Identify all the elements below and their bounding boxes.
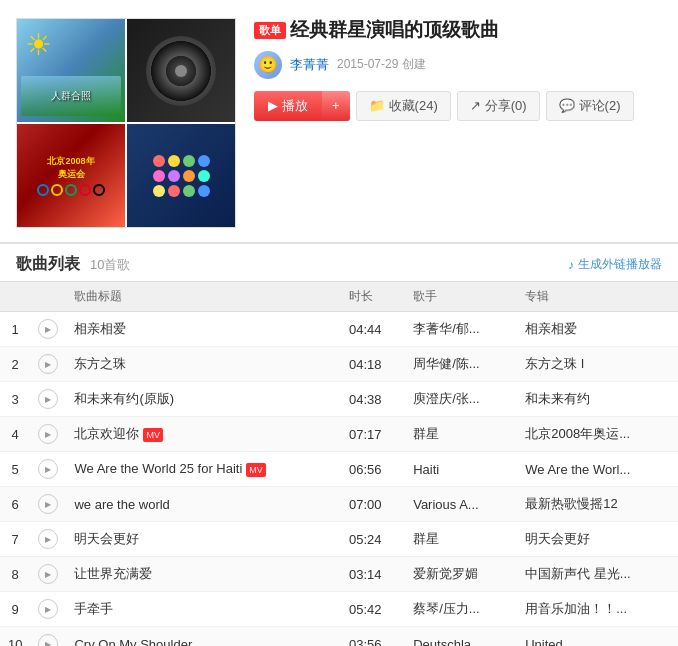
song-num: 2 bbox=[0, 347, 30, 382]
play-circle-button[interactable]: ▶ bbox=[38, 389, 58, 409]
songlist-header: 歌曲列表 10首歌 ♪ 生成外链播放器 bbox=[0, 242, 678, 281]
comment-icon: 💬 bbox=[559, 98, 575, 113]
circle-11 bbox=[183, 185, 195, 197]
play-circle-button[interactable]: ▶ bbox=[38, 354, 58, 374]
mv-badge: MV bbox=[246, 463, 266, 477]
table-row[interactable]: 1 ▶ 相亲相爱 04:44 李蓍华/郁... 相亲相爱 bbox=[0, 312, 678, 347]
collect-button[interactable]: 📁 收藏(24) bbox=[356, 91, 451, 121]
play-circle-button[interactable]: ▶ bbox=[38, 459, 58, 479]
song-title: 和未来有约(原版) bbox=[66, 382, 340, 417]
table-row[interactable]: 8 ▶ 让世界充满爱 03:14 爱新觉罗媚 中国新声代 星光... bbox=[0, 557, 678, 592]
song-artist[interactable]: Various A... bbox=[405, 487, 517, 522]
ring-1 bbox=[37, 184, 49, 196]
play-circle-button[interactable]: ▶ bbox=[38, 424, 58, 444]
table-row[interactable]: 5 ▶ We Are the World 25 for HaitiMV 06:5… bbox=[0, 452, 678, 487]
music-icon: ♪ bbox=[568, 258, 574, 272]
song-play-cell[interactable]: ▶ bbox=[30, 312, 66, 347]
song-play-cell[interactable]: ▶ bbox=[30, 487, 66, 522]
play-circle-button[interactable]: ▶ bbox=[38, 564, 58, 584]
song-num: 7 bbox=[0, 522, 30, 557]
play-circle-button[interactable]: ▶ bbox=[38, 599, 58, 619]
table-row[interactable]: 3 ▶ 和未来有约(原版) 04:38 庾澄庆/张... 和未来有约 bbox=[0, 382, 678, 417]
add-to-play-button[interactable]: + bbox=[322, 91, 350, 121]
songlist-title-row: 歌曲列表 10首歌 bbox=[16, 254, 130, 275]
song-artist[interactable]: 周华健/陈... bbox=[405, 347, 517, 382]
play-circle-button[interactable]: ▶ bbox=[38, 319, 58, 339]
song-title: 明天会更好 bbox=[66, 522, 340, 557]
song-artist[interactable]: 李蓍华/郁... bbox=[405, 312, 517, 347]
song-table-header: 歌曲标题 时长 歌手 专辑 bbox=[0, 282, 678, 312]
external-link[interactable]: ♪ 生成外链播放器 bbox=[568, 256, 662, 273]
col-header-artist: 歌手 bbox=[405, 282, 517, 312]
circle-4 bbox=[198, 155, 210, 167]
song-num: 10 bbox=[0, 627, 30, 647]
table-row[interactable]: 2 ▶ 东方之珠 04:18 周华健/陈... 东方之珠 I bbox=[0, 347, 678, 382]
song-artist[interactable]: Haiti bbox=[405, 452, 517, 487]
song-play-cell[interactable]: ▶ bbox=[30, 557, 66, 592]
song-artist[interactable]: 蔡琴/压力... bbox=[405, 592, 517, 627]
song-play-cell[interactable]: ▶ bbox=[30, 452, 66, 487]
song-album[interactable]: United bbox=[517, 627, 678, 647]
song-album[interactable]: 北京2008年奥运... bbox=[517, 417, 678, 452]
table-row[interactable]: 4 ▶ 北京欢迎你MV 07:17 群星 北京2008年奥运... bbox=[0, 417, 678, 452]
badge-tag: 歌单 bbox=[254, 22, 286, 39]
song-duration: 03:56 bbox=[341, 627, 405, 647]
col-header-album: 专辑 bbox=[517, 282, 678, 312]
song-album[interactable]: We Are the Worl... bbox=[517, 452, 678, 487]
song-duration: 06:56 bbox=[341, 452, 405, 487]
ring-5 bbox=[93, 184, 105, 196]
song-table: 歌曲标题 时长 歌手 专辑 1 ▶ 相亲相爱 04:44 李蓍华/郁... 相亲… bbox=[0, 281, 678, 646]
song-artist[interactable]: 群星 bbox=[405, 417, 517, 452]
play-circle-button[interactable]: ▶ bbox=[38, 529, 58, 549]
ring-2 bbox=[51, 184, 63, 196]
song-play-cell[interactable]: ▶ bbox=[30, 347, 66, 382]
vinyl-record bbox=[146, 36, 216, 106]
song-title: 东方之珠 bbox=[66, 347, 340, 382]
table-row[interactable]: 9 ▶ 手牵手 05:42 蔡琴/压力... 用音乐加油！！... bbox=[0, 592, 678, 627]
play-button-group: ▶ 播放 + bbox=[254, 91, 350, 121]
song-play-cell[interactable]: ▶ bbox=[30, 417, 66, 452]
song-artist[interactable]: 庾澄庆/张... bbox=[405, 382, 517, 417]
mv-badge: MV bbox=[143, 428, 163, 442]
album-art-2 bbox=[127, 19, 235, 122]
song-artist[interactable]: 群星 bbox=[405, 522, 517, 557]
song-duration: 04:18 bbox=[341, 347, 405, 382]
song-num: 4 bbox=[0, 417, 30, 452]
play-button[interactable]: ▶ 播放 bbox=[254, 91, 322, 121]
song-album[interactable]: 用音乐加油！！... bbox=[517, 592, 678, 627]
song-list-body: 1 ▶ 相亲相爱 04:44 李蓍华/郁... 相亲相爱 2 ▶ 东方之珠 04… bbox=[0, 312, 678, 647]
song-artist[interactable]: 爱新觉罗媚 bbox=[405, 557, 517, 592]
circle-2 bbox=[168, 155, 180, 167]
album-art-3: 北京2008年奥运会 bbox=[17, 124, 125, 227]
song-duration: 04:44 bbox=[341, 312, 405, 347]
song-artist[interactable]: Deutschla... bbox=[405, 627, 517, 647]
comment-label: 评论(2) bbox=[579, 97, 621, 115]
song-play-cell[interactable]: ▶ bbox=[30, 592, 66, 627]
song-duration: 07:17 bbox=[341, 417, 405, 452]
table-row[interactable]: 7 ▶ 明天会更好 05:24 群星 明天会更好 bbox=[0, 522, 678, 557]
circle-6 bbox=[168, 170, 180, 182]
song-play-cell[interactable]: ▶ bbox=[30, 382, 66, 417]
song-play-cell[interactable]: ▶ bbox=[30, 522, 66, 557]
song-album[interactable]: 最新热歌慢摇12 bbox=[517, 487, 678, 522]
comment-button[interactable]: 💬 评论(2) bbox=[546, 91, 634, 121]
song-num: 5 bbox=[0, 452, 30, 487]
play-circle-button[interactable]: ▶ bbox=[38, 494, 58, 514]
table-row[interactable]: 6 ▶ we are the world 07:00 Various A... … bbox=[0, 487, 678, 522]
author-name[interactable]: 李菁菁 bbox=[290, 56, 329, 74]
song-album[interactable]: 和未来有约 bbox=[517, 382, 678, 417]
table-row[interactable]: 10 ▶ Cry On My Shoulder 03:56 Deutschla.… bbox=[0, 627, 678, 647]
beijing-text: 北京2008年奥运会 bbox=[47, 155, 94, 181]
song-play-cell[interactable]: ▶ bbox=[30, 627, 66, 647]
circle-9 bbox=[153, 185, 165, 197]
album-art-grid: 人群合照 北京2008年奥运会 bbox=[16, 18, 236, 228]
share-button[interactable]: ↗ 分享(0) bbox=[457, 91, 540, 121]
song-album[interactable]: 明天会更好 bbox=[517, 522, 678, 557]
song-title: we are the world bbox=[66, 487, 340, 522]
song-album[interactable]: 相亲相爱 bbox=[517, 312, 678, 347]
play-circle-button[interactable]: ▶ bbox=[38, 634, 58, 646]
song-album[interactable]: 东方之珠 I bbox=[517, 347, 678, 382]
song-title: 手牵手 bbox=[66, 592, 340, 627]
song-album[interactable]: 中国新声代 星光... bbox=[517, 557, 678, 592]
circle-8 bbox=[198, 170, 210, 182]
